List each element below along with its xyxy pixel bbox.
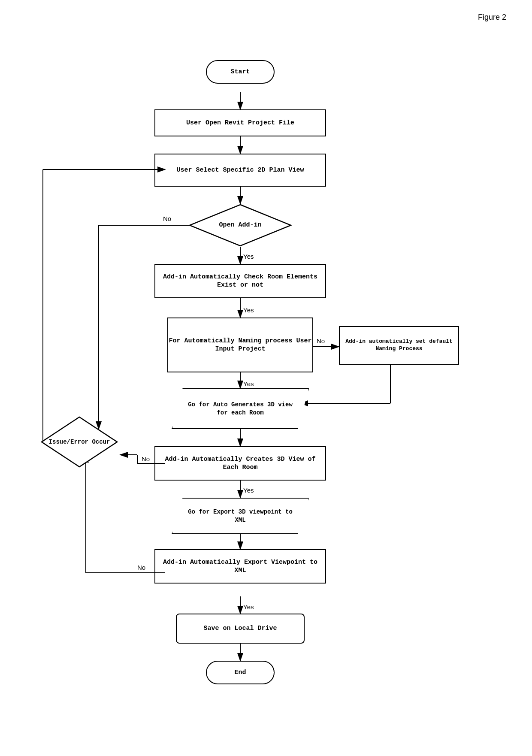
select-2d-label: User Select Specific 2D Plan View [176, 166, 304, 175]
save-local-label: Save on Local Drive [203, 624, 277, 633]
open-addin-label: Open Add-in [219, 221, 261, 230]
export-xml-process: Add-in Automatically Export Viewpoint to… [154, 549, 326, 584]
naming-input-label: For Automatically Naming process User In… [168, 337, 312, 354]
svg-text:No: No [142, 455, 150, 463]
svg-text:No: No [163, 215, 171, 222]
go-export-label: Go for Export 3D viewpoint to XML [172, 508, 308, 523]
issue-error-label: Issue/Error Occur [49, 438, 110, 446]
svg-text:No: No [317, 337, 325, 345]
open-revit-label: User Open Revit Project File [186, 119, 294, 127]
go-auto-3d-label: Go for Auto Generates 3D view for each R… [172, 401, 308, 416]
open-revit-process: User Open Revit Project File [154, 109, 326, 136]
end-terminal: End [206, 661, 275, 684]
select-2d-process: User Select Specific 2D Plan View [154, 154, 326, 187]
svg-text:Yes: Yes [243, 487, 254, 494]
start-label: Start [230, 68, 250, 76]
check-room-label: Add-in Automatically Check Room Elements… [155, 273, 325, 290]
end-label: End [234, 668, 246, 677]
save-local-process: Save on Local Drive [176, 614, 305, 644]
check-room-process: Add-in Automatically Check Room Elements… [154, 264, 326, 298]
default-naming-process: Add-in automatically set default Naming … [339, 326, 459, 365]
create-3d-process: Add-in Automatically Creates 3D View of … [154, 446, 326, 481]
issue-error-decision: Issue/Error Occur [41, 416, 118, 468]
go-export-predefined: Go for Export 3D viewpoint to XML [172, 498, 309, 534]
svg-text:Yes: Yes [243, 380, 254, 387]
default-naming-label: Add-in automatically set default Naming … [340, 338, 458, 353]
create-3d-label: Add-in Automatically Creates 3D View of … [155, 455, 325, 472]
naming-input-process: For Automatically Naming process User In… [167, 318, 313, 372]
export-xml-label: Add-in Automatically Export Viewpoint to… [155, 558, 325, 575]
open-addin-decision: Open Add-in [189, 204, 292, 247]
start-terminal: Start [206, 60, 275, 84]
svg-text:Yes: Yes [243, 253, 254, 260]
figure-label: Figure 2 [478, 13, 506, 22]
svg-text:Yes: Yes [243, 603, 254, 611]
svg-text:Yes: Yes [243, 306, 254, 314]
go-auto-3d-predefined: Go for Auto Generates 3D view for each R… [172, 388, 309, 429]
svg-text:No: No [137, 564, 145, 571]
